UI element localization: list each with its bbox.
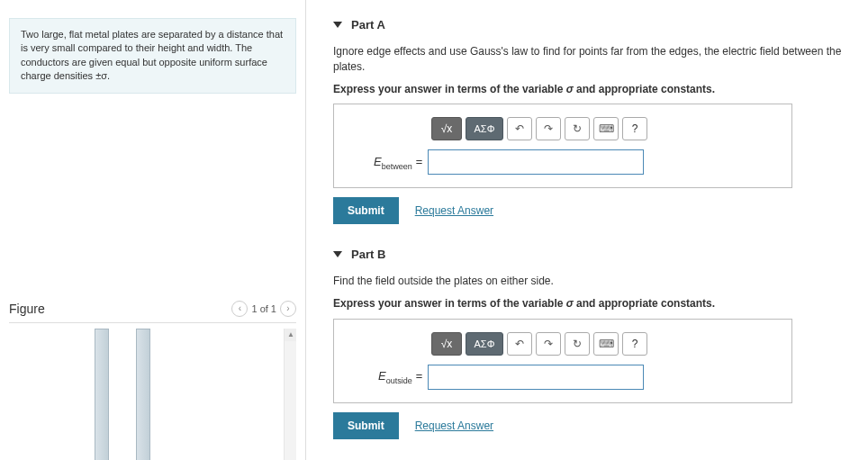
symbols-button[interactable]: ΑΣΦ xyxy=(466,117,503,140)
reset-button[interactable]: ↻ xyxy=(565,117,590,140)
part-b-field-label: Eoutside = xyxy=(350,369,422,385)
scroll-up-icon[interactable]: ▲ xyxy=(285,329,296,341)
figure-next-button[interactable]: › xyxy=(280,301,296,317)
figure-scrollbar[interactable]: ▲ xyxy=(284,329,296,460)
part-b-header[interactable]: Part B xyxy=(333,248,850,261)
part-a-header[interactable]: Part A xyxy=(333,18,850,32)
keyboard-button[interactable]: ⌨ xyxy=(593,332,619,356)
caret-down-icon xyxy=(333,22,342,28)
templates-button[interactable]: √x xyxy=(431,117,462,140)
part-b-toolbar: √x ΑΣΦ ↶ ↷ ↻ ⌨ ? xyxy=(431,332,775,356)
plate-right xyxy=(136,329,150,460)
figure-pager: ‹ 1 of 1 › xyxy=(231,301,296,317)
caret-down-icon xyxy=(333,251,342,257)
part-a-title: Part A xyxy=(351,18,385,32)
figure-prev-button[interactable]: ‹ xyxy=(231,301,248,317)
figure-pager-text: 1 of 1 xyxy=(251,303,276,314)
part-a-field-label: Ebetween = xyxy=(350,155,422,171)
part-b-instruction-2: Express your answer in terms of the vari… xyxy=(333,296,850,311)
part-a-submit-button[interactable]: Submit xyxy=(333,197,399,224)
undo-button[interactable]: ↶ xyxy=(507,332,532,356)
keyboard-button[interactable]: ⌨ xyxy=(593,117,619,140)
undo-button[interactable]: ↶ xyxy=(507,117,532,140)
part-a-instruction-2: Express your answer in terms of the vari… xyxy=(333,82,850,97)
symbols-button[interactable]: ΑΣΦ xyxy=(466,332,503,356)
help-button[interactable]: ? xyxy=(622,332,647,356)
part-b-answer-box: √x ΑΣΦ ↶ ↷ ↻ ⌨ ? Eoutside = xyxy=(333,319,792,403)
part-a-instruction-1: Ignore edge effects and use Gauss's law … xyxy=(333,44,850,75)
part-b-request-answer-link[interactable]: Request Answer xyxy=(415,419,493,432)
part-a-request-answer-link[interactable]: Request Answer xyxy=(415,204,493,217)
problem-statement: Two large, flat metal plates are separat… xyxy=(9,18,296,94)
plate-left xyxy=(95,329,109,460)
help-button[interactable]: ? xyxy=(622,117,647,140)
redo-button[interactable]: ↷ xyxy=(536,332,561,356)
part-b-submit-button[interactable]: Submit xyxy=(333,412,399,439)
part-a-answer-box: √x ΑΣΦ ↶ ↷ ↻ ⌨ ? Ebetween = xyxy=(333,104,792,188)
reset-button[interactable]: ↻ xyxy=(565,332,590,356)
part-b-title: Part B xyxy=(351,248,385,261)
part-b-answer-input[interactable] xyxy=(428,365,644,390)
figure-title: Figure xyxy=(9,302,45,316)
figure-area: ▲ xyxy=(9,329,296,460)
part-a-toolbar: √x ΑΣΦ ↶ ↷ ↻ ⌨ ? xyxy=(431,117,775,140)
part-a-answer-input[interactable] xyxy=(428,149,644,175)
part-b-instruction-1: Find the field outside the plates on eit… xyxy=(333,274,850,289)
templates-button[interactable]: √x xyxy=(431,332,462,356)
redo-button[interactable]: ↷ xyxy=(536,117,561,140)
